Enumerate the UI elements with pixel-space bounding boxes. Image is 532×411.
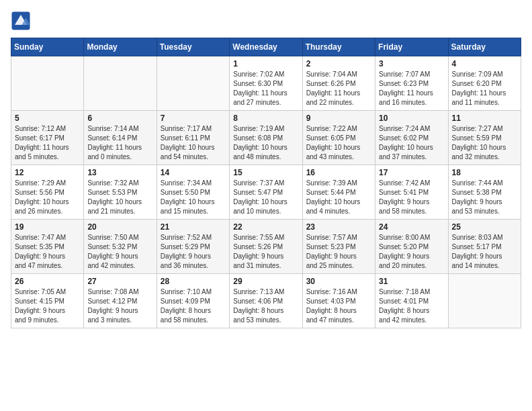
calendar-cell: 9Sunrise: 7:22 AM Sunset: 6:05 PM Daylig… xyxy=(302,111,375,165)
day-info: Sunrise: 7:04 AM Sunset: 6:26 PM Dayligh… xyxy=(306,70,371,107)
day-number: 26 xyxy=(15,277,80,286)
day-info: Sunrise: 7:55 AM Sunset: 5:26 PM Dayligh… xyxy=(233,233,298,271)
day-number: 9 xyxy=(306,113,371,123)
day-info: Sunrise: 7:02 AM Sunset: 6:30 PM Dayligh… xyxy=(233,70,298,107)
day-number: 2 xyxy=(306,59,371,68)
day-info: Sunrise: 7:22 AM Sunset: 6:05 PM Dayligh… xyxy=(306,124,371,162)
day-number: 1 xyxy=(233,59,298,68)
day-info: Sunrise: 7:09 AM Sunset: 6:20 PM Dayligh… xyxy=(452,70,517,107)
day-info: Sunrise: 7:13 AM Sunset: 4:06 PM Dayligh… xyxy=(233,287,298,325)
logo xyxy=(11,11,34,31)
day-info: Sunrise: 7:42 AM Sunset: 5:41 PM Dayligh… xyxy=(379,179,444,216)
calendar-cell: 5Sunrise: 7:12 AM Sunset: 6:17 PM Daylig… xyxy=(11,111,84,165)
weekday-header: Thursday xyxy=(302,38,375,56)
calendar-cell: 8Sunrise: 7:19 AM Sunset: 6:08 PM Daylig… xyxy=(230,111,302,165)
day-number: 18 xyxy=(452,168,517,177)
day-number: 31 xyxy=(379,277,444,286)
calendar-cell: 2Sunrise: 7:04 AM Sunset: 6:26 PM Daylig… xyxy=(302,56,375,111)
calendar-cell: 16Sunrise: 7:39 AM Sunset: 5:44 PM Dayli… xyxy=(302,165,375,220)
day-number: 7 xyxy=(161,113,226,123)
day-info: Sunrise: 7:29 AM Sunset: 5:56 PM Dayligh… xyxy=(15,179,80,216)
day-info: Sunrise: 7:14 AM Sunset: 6:14 PM Dayligh… xyxy=(87,124,152,162)
calendar-cell: 12Sunrise: 7:29 AM Sunset: 5:56 PM Dayli… xyxy=(11,165,84,220)
day-number: 21 xyxy=(161,222,226,232)
calendar-cell: 17Sunrise: 7:42 AM Sunset: 5:41 PM Dayli… xyxy=(375,165,448,220)
day-info: Sunrise: 7:17 AM Sunset: 6:11 PM Dayligh… xyxy=(161,124,226,162)
calendar-cell: 14Sunrise: 7:34 AM Sunset: 5:50 PM Dayli… xyxy=(157,165,229,220)
calendar-cell: 24Sunrise: 8:00 AM Sunset: 5:20 PM Dayli… xyxy=(375,220,448,274)
calendar-cell: 28Sunrise: 7:10 AM Sunset: 4:09 PM Dayli… xyxy=(157,274,229,328)
day-number: 12 xyxy=(15,168,80,177)
calendar-cell: 30Sunrise: 7:16 AM Sunset: 4:03 PM Dayli… xyxy=(302,274,375,328)
day-number: 5 xyxy=(15,113,80,123)
calendar-cell: 19Sunrise: 7:47 AM Sunset: 5:35 PM Dayli… xyxy=(11,220,84,274)
day-number: 13 xyxy=(87,168,152,177)
calendar-cell: 29Sunrise: 7:13 AM Sunset: 4:06 PM Dayli… xyxy=(230,274,302,328)
day-info: Sunrise: 7:19 AM Sunset: 6:08 PM Dayligh… xyxy=(233,124,298,162)
calendar-cell: 21Sunrise: 7:52 AM Sunset: 5:29 PM Dayli… xyxy=(157,220,229,274)
day-number: 27 xyxy=(87,277,152,286)
day-number: 6 xyxy=(87,113,152,123)
calendar-cell: 4Sunrise: 7:09 AM Sunset: 6:20 PM Daylig… xyxy=(448,56,521,111)
day-number: 29 xyxy=(233,277,298,286)
calendar-cell xyxy=(448,274,521,328)
page-header xyxy=(11,11,521,31)
day-number: 8 xyxy=(233,113,298,123)
day-info: Sunrise: 8:03 AM Sunset: 5:17 PM Dayligh… xyxy=(452,233,517,271)
logo-icon xyxy=(11,11,31,31)
day-info: Sunrise: 7:47 AM Sunset: 5:35 PM Dayligh… xyxy=(15,233,80,271)
weekday-header: Saturday xyxy=(448,38,521,56)
calendar-cell: 31Sunrise: 7:18 AM Sunset: 4:01 PM Dayli… xyxy=(375,274,448,328)
calendar-cell: 6Sunrise: 7:14 AM Sunset: 6:14 PM Daylig… xyxy=(84,111,157,165)
day-info: Sunrise: 7:37 AM Sunset: 5:47 PM Dayligh… xyxy=(233,179,298,216)
day-number: 16 xyxy=(306,168,371,177)
calendar-week-row: 1Sunrise: 7:02 AM Sunset: 6:30 PM Daylig… xyxy=(11,56,521,111)
day-number: 4 xyxy=(452,59,517,68)
day-info: Sunrise: 7:50 AM Sunset: 5:32 PM Dayligh… xyxy=(87,233,152,271)
calendar-cell: 26Sunrise: 7:05 AM Sunset: 4:15 PM Dayli… xyxy=(11,274,84,328)
day-info: Sunrise: 7:05 AM Sunset: 4:15 PM Dayligh… xyxy=(15,287,80,325)
day-number: 23 xyxy=(306,222,371,232)
day-number: 28 xyxy=(161,277,226,286)
day-info: Sunrise: 7:10 AM Sunset: 4:09 PM Dayligh… xyxy=(161,287,226,325)
weekday-header: Monday xyxy=(84,38,157,56)
calendar-cell: 13Sunrise: 7:32 AM Sunset: 5:53 PM Dayli… xyxy=(84,165,157,220)
day-number: 24 xyxy=(379,222,444,232)
weekday-header: Wednesday xyxy=(230,38,302,56)
day-info: Sunrise: 7:39 AM Sunset: 5:44 PM Dayligh… xyxy=(306,179,371,216)
day-info: Sunrise: 7:57 AM Sunset: 5:23 PM Dayligh… xyxy=(306,233,371,271)
calendar-cell: 1Sunrise: 7:02 AM Sunset: 6:30 PM Daylig… xyxy=(230,56,302,111)
day-number: 30 xyxy=(306,277,371,286)
calendar-week-row: 26Sunrise: 7:05 AM Sunset: 4:15 PM Dayli… xyxy=(11,274,521,328)
calendar-cell: 20Sunrise: 7:50 AM Sunset: 5:32 PM Dayli… xyxy=(84,220,157,274)
calendar-cell: 22Sunrise: 7:55 AM Sunset: 5:26 PM Dayli… xyxy=(230,220,302,274)
day-info: Sunrise: 7:32 AM Sunset: 5:53 PM Dayligh… xyxy=(87,179,152,216)
calendar-table: SundayMondayTuesdayWednesdayThursdayFrid… xyxy=(11,38,521,328)
calendar-cell: 15Sunrise: 7:37 AM Sunset: 5:47 PM Dayli… xyxy=(230,165,302,220)
day-info: Sunrise: 7:18 AM Sunset: 4:01 PM Dayligh… xyxy=(379,287,444,325)
calendar-cell: 11Sunrise: 7:27 AM Sunset: 5:59 PM Dayli… xyxy=(448,111,521,165)
day-info: Sunrise: 7:44 AM Sunset: 5:38 PM Dayligh… xyxy=(452,179,517,216)
day-number: 10 xyxy=(379,113,444,123)
weekday-header: Friday xyxy=(375,38,448,56)
day-number: 15 xyxy=(233,168,298,177)
day-number: 22 xyxy=(233,222,298,232)
calendar-cell: 25Sunrise: 8:03 AM Sunset: 5:17 PM Dayli… xyxy=(448,220,521,274)
day-info: Sunrise: 7:24 AM Sunset: 6:02 PM Dayligh… xyxy=(379,124,444,162)
day-info: Sunrise: 7:27 AM Sunset: 5:59 PM Dayligh… xyxy=(452,124,517,162)
day-number: 25 xyxy=(452,222,517,232)
day-info: Sunrise: 7:34 AM Sunset: 5:50 PM Dayligh… xyxy=(161,179,226,216)
calendar-week-row: 19Sunrise: 7:47 AM Sunset: 5:35 PM Dayli… xyxy=(11,220,521,274)
day-number: 17 xyxy=(379,168,444,177)
calendar-cell: 27Sunrise: 7:08 AM Sunset: 4:12 PM Dayli… xyxy=(84,274,157,328)
calendar-cell: 10Sunrise: 7:24 AM Sunset: 6:02 PM Dayli… xyxy=(375,111,448,165)
calendar-cell xyxy=(157,56,229,111)
calendar-cell: 18Sunrise: 7:44 AM Sunset: 5:38 PM Dayli… xyxy=(448,165,521,220)
calendar-cell: 3Sunrise: 7:07 AM Sunset: 6:23 PM Daylig… xyxy=(375,56,448,111)
weekday-header-row: SundayMondayTuesdayWednesdayThursdayFrid… xyxy=(11,38,521,56)
day-number: 20 xyxy=(87,222,152,232)
day-info: Sunrise: 7:08 AM Sunset: 4:12 PM Dayligh… xyxy=(87,287,152,325)
day-number: 3 xyxy=(379,59,444,68)
day-info: Sunrise: 8:00 AM Sunset: 5:20 PM Dayligh… xyxy=(379,233,444,271)
day-info: Sunrise: 7:07 AM Sunset: 6:23 PM Dayligh… xyxy=(379,70,444,107)
